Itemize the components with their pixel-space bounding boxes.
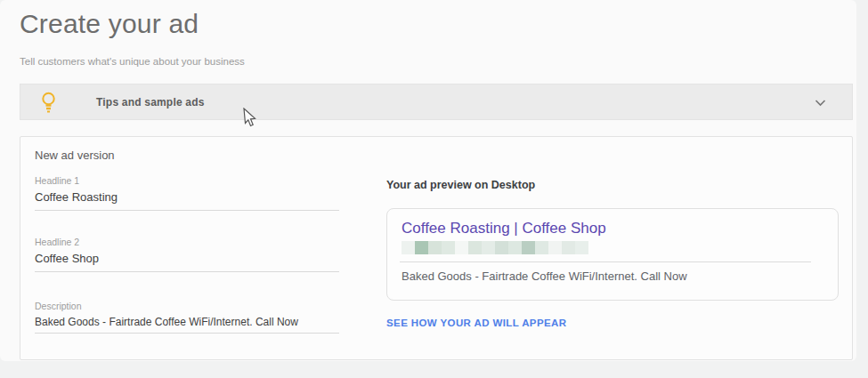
ad-preview-card: Coffee Roasting | Coffee Shop Baked Good… (386, 208, 839, 301)
headline-1-label: Headline 1 (35, 175, 339, 186)
preview-headline: Coffee Roasting | Coffee Shop (402, 220, 606, 237)
headline-2-input[interactable]: Coffee Shop (35, 252, 339, 272)
headline-1-field[interactable]: Headline 1 Coffee Roasting (35, 175, 339, 211)
new-ad-version-card: New ad version Headline 1 Coffee Roastin… (20, 136, 853, 360)
see-how-ad-appears-link[interactable]: SEE HOW YOUR AD WILL APPEAR (386, 318, 566, 328)
lightbulb-icon (40, 91, 57, 114)
description-input[interactable]: Baked Goods - Fairtrade Coffee WiFi/Inte… (35, 316, 339, 334)
redacted-url (402, 241, 588, 254)
page-subtitle: Tell customers what's unique about your … (20, 56, 245, 67)
preview-title: Your ad preview on Desktop (386, 179, 535, 191)
tips-bar-label: Tips and sample ads (96, 96, 205, 109)
headline-2-field[interactable]: Headline 2 Coffee Shop (35, 237, 339, 272)
description-label: Description (35, 301, 339, 311)
tips-and-sample-ads-bar[interactable]: Tips and sample ads (20, 84, 853, 120)
section-title: New ad version (35, 149, 115, 162)
page-title: Create your ad (20, 9, 199, 39)
headline-2-label: Headline 2 (35, 237, 339, 247)
preview-description: Baked Goods - Fairtrade Coffee WiFi/Inte… (402, 269, 687, 283)
preview-divider (400, 261, 811, 262)
headline-1-input[interactable]: Coffee Roasting (35, 190, 339, 211)
description-field[interactable]: Description Baked Goods - Fairtrade Coff… (35, 301, 339, 334)
chevron-down-icon[interactable] (814, 96, 827, 113)
